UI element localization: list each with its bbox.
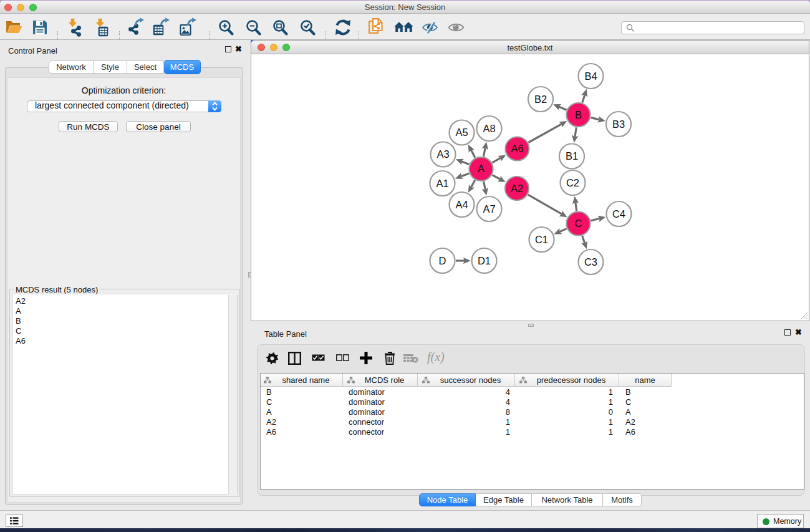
svg-text:C: C <box>575 218 582 229</box>
svg-text:A: A <box>478 163 485 174</box>
svg-text:A1: A1 <box>436 178 448 189</box>
svg-text:B1: B1 <box>566 150 578 162</box>
svg-text:B4: B4 <box>584 70 597 82</box>
svg-text:A7: A7 <box>483 203 495 215</box>
svg-text:B: B <box>575 109 582 120</box>
svg-text:A4: A4 <box>455 199 468 210</box>
svg-text:C2: C2 <box>566 177 579 188</box>
svg-text:C1: C1 <box>535 234 548 245</box>
svg-text:A5: A5 <box>455 127 468 138</box>
svg-text:B2: B2 <box>534 94 547 105</box>
svg-text:A2: A2 <box>511 183 523 194</box>
svg-text:C4: C4 <box>612 208 625 220</box>
svg-text:D1: D1 <box>478 255 491 266</box>
svg-text:A8: A8 <box>483 123 495 134</box>
svg-text:B3: B3 <box>612 118 625 130</box>
svg-text:D: D <box>439 255 446 266</box>
svg-text:A3: A3 <box>436 148 449 160</box>
svg-text:C3: C3 <box>584 256 597 268</box>
svg-text:A6: A6 <box>511 143 523 154</box>
